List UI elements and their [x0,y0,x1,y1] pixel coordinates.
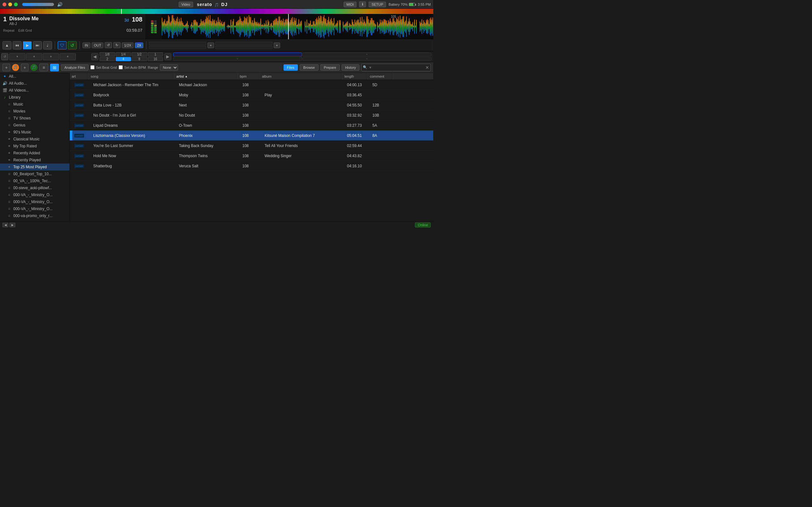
sidebar-item-8[interactable]: ✦90's Music [0,129,69,135]
sidebar-item-20[interactable]: ≡000-va-promo_only_r... [0,212,69,219]
next-button[interactable]: ⏭ [33,41,42,49]
plus-button-2[interactable]: + [274,43,280,48]
scroll-left-button[interactable]: ◀ [3,223,8,227]
track-row-8[interactable]: serato Shatterbug Veruca Salt 108 04:16.… [70,161,433,171]
prev-button[interactable]: ⏮ [13,41,21,49]
files-button[interactable]: Files [284,64,298,71]
sidebar-item-0[interactable]: ✦All... [0,73,69,80]
double-speed-button[interactable]: 2X [135,43,143,48]
cue-input-2[interactable] [149,46,206,49]
shield-cue-button[interactable]: 🛡 [58,41,67,49]
col-header-artist[interactable]: artist ▲ [174,73,238,79]
main-waveform[interactable]: // Will be generated by JS below 105 [162,14,433,39]
minimize-button[interactable] [8,3,12,6]
search-input[interactable] [373,65,424,70]
green-badge-button[interactable]: 🎵 [31,64,38,71]
beat-4[interactable]: 4 [116,57,131,61]
list-view-button[interactable]: ≡ [39,64,48,71]
set-beat-grid-input[interactable] [90,65,95,69]
cue-cell-4[interactable]: + [303,57,432,61]
history-button[interactable]: History [342,64,359,71]
track-row-0[interactable]: serato Michael Jackson - Remember The Ti… [70,80,433,90]
play-button[interactable]: ▶ [23,41,32,49]
col-header-art[interactable]: art [70,73,89,79]
sidebar-item-3[interactable]: ♪Library [0,94,69,101]
volume-slider[interactable] [22,3,54,6]
cue-input-1[interactable] [149,42,206,45]
col-header-album[interactable]: album [260,73,343,79]
sidebar-item-12[interactable]: ✦Recently Played [0,157,69,164]
add-track-button[interactable]: + [3,64,10,71]
beat-1/4[interactable]: 1/4 [116,52,131,56]
sidebar-item-18[interactable]: ≡000-VA_-_Ministry_O... [0,199,69,205]
search-clear-button[interactable]: ✕ [425,65,429,70]
col-header-comment[interactable]: comment [368,73,393,79]
in-button[interactable]: IN [83,43,90,48]
cue-input-3[interactable] [215,42,272,45]
set-auto-bpm-checkbox[interactable]: Set Auto BPM [119,65,146,69]
eject-button[interactable]: ▲ [3,41,11,49]
sidebar-item-7[interactable]: ≡Genius [0,122,69,129]
plus-pad-3[interactable]: + [43,53,59,60]
sidebar-item-13[interactable]: ✦Top 25 Most Played [0,164,69,170]
info-button[interactable]: ℹ [359,1,366,7]
track-row-1[interactable]: serato Bodyrock Moby 108 Play 03:36.45 [70,90,433,100]
plus-pad-2[interactable]: + [26,53,42,60]
analyze-files-button[interactable]: Analyze Files [61,64,89,71]
beat-nav-right[interactable]: ▶ [164,53,171,60]
beat-16[interactable]: 16 [148,57,163,61]
col-header-bpm[interactable]: bpm [238,73,260,79]
track-row-7[interactable]: serato Hold Me Now Thompson Twins 108 We… [70,151,433,161]
video-button[interactable]: Video [179,2,193,7]
loop-back-button[interactable]: ↺ [105,42,112,48]
set-auto-bpm-input[interactable] [119,65,123,69]
sidebar-item-2[interactable]: 🎬All Videos... [0,87,69,94]
cue-cell-1[interactable] [173,53,302,56]
beat-8[interactable]: 8 [132,57,147,61]
out-button[interactable]: OUT [92,43,103,48]
track-row-6[interactable]: serato You're So Last Summer Taking Back… [70,141,433,151]
sidebar-item-17[interactable]: ≡000-VA_-_Ministry_O... [0,191,69,199]
set-beat-grid-checkbox[interactable]: Set Beat Grid [90,65,117,69]
cue-cell-2[interactable]: + [303,53,432,56]
half-speed-button[interactable]: 1/2X [122,43,134,48]
sidebar-item-15[interactable]: ≡00_VA_-_100%_Tec... [0,177,69,184]
col-header-length[interactable]: length [343,73,368,79]
loop-cue-button[interactable]: ↺ [68,41,77,49]
add-button-2[interactable]: + [21,64,29,71]
sidebar-item-19[interactable]: ≡000-VA_-_Ministry_O... [0,205,69,212]
scroll-right-button[interactable]: ▶ [9,223,15,227]
track-row-2[interactable]: serato Butta Love - 12B Next 108 04:55.5… [70,100,433,110]
sidebar-item-21[interactable]: ≡000-va-promo_only_r... [0,219,69,221]
beat-nav-left[interactable]: ◀ [91,53,98,60]
sidebar-item-11[interactable]: ✦Recently Added [0,150,69,157]
grid-view-button[interactable]: ⊞ [50,64,59,71]
beat-2[interactable]: 2 [100,57,115,61]
plus-button[interactable]: + [207,43,214,48]
plus-pad-4[interactable]: + [60,53,76,60]
track-row-4[interactable]: serato Liquid Dreams O-Town 108 03:27.73… [70,120,433,130]
sidebar-item-4[interactable]: ≡Music [0,101,69,108]
cue-cell-3[interactable]: + [173,57,302,61]
range-select[interactable]: None [160,64,178,71]
sidebar-item-10[interactable]: ✦My Top Rated [0,143,69,150]
tempo-button[interactable]: ♩ [43,41,52,49]
track-row-5[interactable]: serato Lisztomania (Classixx Version) Ph… [70,130,433,141]
plus-pad-1[interactable]: + [9,53,26,60]
browse-button[interactable]: Browse [300,64,318,71]
prepare-button[interactable]: Prepare [320,64,340,71]
maximize-button[interactable] [14,3,18,6]
beat-1/2[interactable]: 1/2 [132,52,147,56]
orange-badge-button[interactable]: 🎵 [12,64,19,71]
loop-fwd-button[interactable]: ↻ [113,42,120,48]
beat-1[interactable]: 1 [148,52,163,56]
overview-waveform[interactable] [0,9,433,14]
beat-1/8[interactable]: 1/8 [100,52,115,56]
cue-input-4[interactable] [215,46,272,49]
sidebar-item-14[interactable]: ≡00_Beatport_Top_10... [0,170,69,177]
sidebar-item-5[interactable]: ≡Movies [0,108,69,115]
track-list-body[interactable]: serato Michael Jackson - Remember The Ti… [70,80,433,221]
sidebar-item-1[interactable]: 🔊All Audio... [0,80,69,87]
sidebar-item-16[interactable]: ≡00-steve_aoki-pillowf... [0,184,69,191]
midi-button[interactable]: MIDI [344,2,357,7]
